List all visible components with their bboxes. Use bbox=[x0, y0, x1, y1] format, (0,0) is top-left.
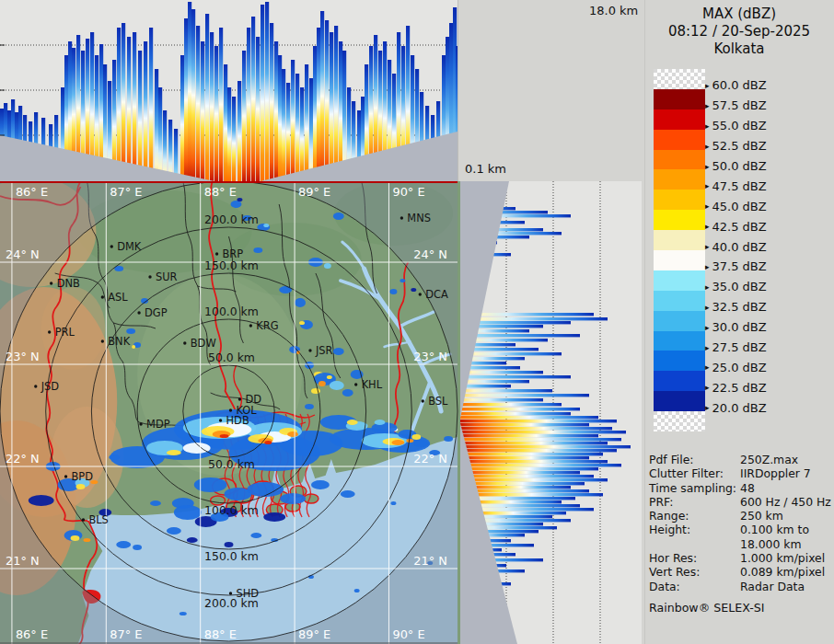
radar-echo bbox=[237, 198, 242, 201]
city-dot-icon bbox=[50, 282, 52, 284]
legend-tick-arrow-icon: ▸ bbox=[705, 262, 710, 271]
profile-bar bbox=[460, 334, 580, 337]
info-label: PRF: bbox=[649, 495, 740, 509]
radar-echo bbox=[287, 431, 298, 437]
legend-value-label: 20.0 dBZ bbox=[712, 401, 767, 415]
profile-bar bbox=[460, 385, 511, 387]
profile-bar bbox=[313, 46, 317, 181]
legend-value-label: 55.0 dBZ bbox=[712, 119, 767, 132]
profile-bar bbox=[155, 69, 158, 181]
range-ring-label: 50.0 km bbox=[208, 351, 255, 364]
city-dot-icon bbox=[101, 295, 104, 298]
profile-bar bbox=[460, 489, 589, 492]
city-dot-icon bbox=[249, 324, 252, 327]
city-dot-icon bbox=[110, 245, 113, 247]
radar-echo bbox=[319, 381, 326, 386]
legend-cell bbox=[654, 210, 705, 230]
radar-application-window: { "title": { "product": "MAX (dBZ)", "da… bbox=[0, 0, 834, 644]
profile-bar bbox=[460, 449, 617, 452]
legend-cell bbox=[654, 130, 705, 150]
legend-tick-arrow-icon: ▸ bbox=[705, 403, 710, 412]
profile-bar bbox=[117, 28, 121, 181]
radar-echo bbox=[305, 404, 314, 409]
info-row: Pdf File:250Z.max bbox=[649, 453, 831, 466]
radar-echo bbox=[444, 436, 453, 442]
radar-echo bbox=[280, 493, 306, 504]
legend-tick-arrow-icon: ▸ bbox=[705, 121, 710, 131]
profile-bar bbox=[460, 416, 598, 419]
latitude-label: 24° N bbox=[413, 247, 447, 261]
city-dot-icon bbox=[238, 397, 241, 400]
profile-bar bbox=[460, 375, 571, 378]
legend-cell bbox=[654, 89, 705, 109]
radar-echo bbox=[342, 389, 353, 397]
legend-entry: ▸60.0 dBZ bbox=[705, 75, 767, 96]
latitude-label: 23° N bbox=[6, 350, 40, 363]
legend-tick-arrow-icon: ▸ bbox=[705, 81, 710, 90]
legend-value-label: 60.0 dBZ bbox=[712, 78, 767, 92]
top-height-profile-chart bbox=[0, 0, 458, 181]
scan-datetime: 08:12 / 20-Sep-2025 bbox=[644, 23, 834, 40]
radar-echo bbox=[389, 289, 397, 294]
legend-cell bbox=[654, 391, 705, 411]
radar-echo bbox=[187, 537, 198, 543]
legend-entry: ▸52.5 dBZ bbox=[705, 136, 767, 156]
city-label: BNK bbox=[108, 335, 130, 348]
radar-echo bbox=[400, 279, 405, 282]
legend-cell bbox=[654, 150, 705, 170]
info-label: Range: bbox=[649, 509, 740, 523]
profile-bar bbox=[127, 37, 131, 181]
profile-bar bbox=[224, 64, 227, 181]
profile-bar bbox=[460, 478, 608, 481]
city-dot-icon bbox=[354, 383, 357, 385]
info-label: Vert Res: bbox=[649, 565, 740, 579]
city-label: MNS bbox=[407, 212, 431, 224]
info-row: Clutter Filter:IIRDoppler 7 bbox=[649, 466, 831, 480]
profile-bar bbox=[460, 438, 621, 441]
profile-bar bbox=[460, 394, 589, 397]
city-label: JSD bbox=[41, 380, 60, 393]
latitude-label: 21° N bbox=[413, 554, 447, 568]
city-dot-icon bbox=[422, 399, 424, 402]
info-value: 18.000 km bbox=[740, 537, 831, 551]
latitude-label: 23° N bbox=[413, 350, 447, 363]
range-ring-label: 100.0 km bbox=[204, 503, 259, 517]
radar-echo bbox=[132, 345, 135, 349]
scan-info-block: Pdf File:250Z.maxClutter Filter:IIRDoppl… bbox=[649, 453, 831, 593]
profile-bar bbox=[309, 78, 313, 181]
radar-echo bbox=[413, 440, 428, 447]
radar-echo bbox=[247, 482, 284, 497]
profile-bar bbox=[325, 20, 329, 181]
city-label: DMK bbox=[117, 240, 142, 253]
info-row: Time sampling:48 bbox=[649, 481, 831, 495]
profile-bar bbox=[158, 87, 162, 181]
legend-value-label: 47.5 dBZ bbox=[712, 179, 767, 193]
radar-echo bbox=[375, 420, 386, 425]
profile-bar bbox=[460, 482, 585, 485]
profile-bar bbox=[460, 412, 571, 415]
longitude-label: 90° E bbox=[392, 627, 424, 641]
profile-bar bbox=[138, 51, 142, 181]
info-row: Height:0.100 km to bbox=[649, 523, 831, 536]
legend-entry: ▸32.5 dBZ bbox=[705, 297, 767, 317]
profile-bar bbox=[460, 431, 626, 433]
radar-echo bbox=[109, 454, 120, 460]
city-label: KHL bbox=[362, 378, 383, 391]
profile-bar bbox=[460, 453, 603, 455]
info-value: 600 Hz / 450 Hz bbox=[740, 495, 831, 509]
legend-value-label: 42.5 dBZ bbox=[712, 220, 767, 234]
legend-cell bbox=[654, 250, 705, 270]
radar-echo bbox=[263, 224, 269, 227]
city-label: MDP bbox=[146, 418, 170, 431]
profile-bar bbox=[205, 14, 209, 181]
radar-echo bbox=[167, 450, 181, 455]
legend-tick-arrow-icon: ▸ bbox=[705, 323, 710, 332]
legend-cell bbox=[654, 190, 705, 210]
profile-bar bbox=[210, 32, 214, 181]
profile-bar bbox=[460, 380, 529, 383]
radar-echo bbox=[126, 328, 135, 334]
city-dot-icon bbox=[183, 341, 186, 344]
city-label: DNB bbox=[57, 277, 80, 290]
legend-value-label: 35.0 dBZ bbox=[712, 280, 767, 293]
city-dot-icon bbox=[219, 419, 222, 421]
